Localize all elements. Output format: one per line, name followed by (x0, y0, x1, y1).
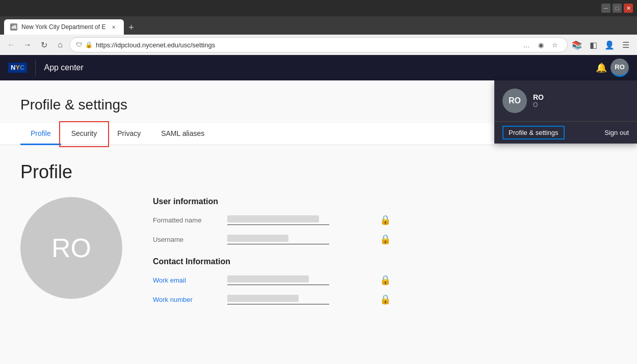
new-tab-button[interactable]: + (124, 20, 138, 35)
work-number-lock-icon: 🔒 (378, 294, 392, 305)
username-value (227, 235, 288, 242)
bookmark-icon[interactable]: … (520, 39, 533, 51)
dropdown-user-role: O (533, 101, 544, 108)
sign-out-button[interactable]: Sign out (604, 129, 629, 136)
address-bar-actions: … ◉ ☆ (520, 39, 561, 51)
back-button[interactable]: ← (4, 38, 18, 52)
menu-button[interactable]: ☰ (619, 38, 633, 52)
work-email-lock-icon: 🔒 (378, 274, 392, 286)
work-number-label[interactable]: Work number (153, 296, 219, 303)
dropdown-username: RO (533, 93, 544, 101)
username-label: Username (153, 236, 219, 243)
tab-favicon: 🏙 (10, 23, 17, 31)
work-number-value (227, 295, 299, 302)
nyc-logo-text: NYC (11, 64, 24, 71)
formatted-name-label: Formatted name (153, 216, 219, 224)
username-row: Username 🔒 (153, 234, 617, 245)
pocket-icon[interactable]: ◉ (535, 39, 547, 51)
home-button[interactable]: ⌂ (53, 38, 67, 52)
address-bar[interactable]: 🛡 🔒 … ◉ ☆ (69, 37, 568, 52)
browser-toolbar: ← → ↻ ⌂ 🛡 🔒 … ◉ ☆ 📚 ◧ 👤 ☰ (0, 35, 637, 55)
tab-bar: 🏙 New York City Department of E ✕ + (0, 16, 637, 35)
app-title: App center (44, 63, 83, 72)
lock-icon: 🔒 (85, 41, 93, 48)
dropdown-links: Profile & settings Sign out (494, 122, 637, 144)
star-icon[interactable]: ☆ (549, 39, 561, 51)
security-icon: 🛡 (76, 41, 82, 48)
work-email-value (227, 275, 309, 283)
notifications-button[interactable]: 🔔 (592, 59, 611, 77)
header-divider (35, 60, 36, 75)
toolbar-right: 📚 ◧ 👤 ☰ (570, 38, 633, 52)
sidebar-button[interactable]: ◧ (586, 38, 600, 52)
dropdown-avatar: RO (502, 89, 527, 113)
work-number-row: Work number 🔒 (153, 294, 617, 305)
work-number-input-wrap (227, 295, 370, 304)
contact-info-section: Contact Information Work email 🔒 Work nu… (153, 257, 617, 305)
tab-profile[interactable]: Profile (20, 123, 61, 145)
minimize-button[interactable]: ─ (601, 4, 611, 13)
formatted-name-lock-icon: 🔒 (378, 214, 392, 226)
formatted-name-input-wrap (227, 215, 370, 225)
browser-tab[interactable]: 🏙 New York City Department of E ✕ (4, 19, 124, 35)
profile-avatar: RO (20, 197, 122, 299)
dropdown-user-section: RO RO O (494, 80, 637, 122)
nyc-logo-box: NYC (8, 63, 27, 73)
account-button[interactable]: 👤 (602, 38, 617, 52)
browser-chrome: ─ □ ✕ 🏙 New York City Department of E ✕ … (0, 0, 637, 55)
browser-titlebar: ─ □ ✕ (0, 0, 637, 16)
maximize-button[interactable]: □ (613, 4, 622, 13)
formatted-name-row: Formatted name 🔒 (153, 214, 617, 226)
formatted-name-value (227, 215, 319, 222)
close-button[interactable]: ✕ (624, 4, 633, 13)
app-container: NYC App center 🔔 RO RO RO O Profile & se… (0, 55, 637, 364)
tab-title: New York City Department of E (21, 23, 105, 31)
app-header: NYC App center 🔔 RO (0, 55, 637, 80)
titlebar-controls: ─ □ ✕ (601, 4, 633, 13)
profile-settings-link[interactable]: Profile & settings (502, 126, 565, 139)
library-button[interactable]: 📚 (570, 38, 584, 52)
user-info-section-label: User information (153, 197, 617, 206)
tab-close-button[interactable]: ✕ (110, 23, 118, 31)
username-lock-icon: 🔒 (378, 234, 392, 245)
header-avatar-button[interactable]: RO (611, 59, 629, 77)
url-input[interactable] (96, 41, 517, 49)
profile-avatar-area: RO (20, 197, 122, 299)
tab-saml-aliases[interactable]: SAML aliases (151, 123, 215, 145)
work-email-row: Work email 🔒 (153, 274, 617, 286)
forward-button[interactable]: → (20, 38, 35, 52)
profile-section-title: Profile (20, 161, 617, 183)
tab-security[interactable]: Security (61, 123, 108, 145)
dropdown-user-info: RO O (533, 93, 544, 108)
user-dropdown-menu: RO RO O Profile & settings Sign out (494, 80, 637, 144)
work-email-label[interactable]: Work email (153, 276, 219, 284)
profile-form: User information Formatted name 🔒 Userna… (153, 197, 617, 313)
nyc-logo: NYC (8, 63, 27, 73)
profile-section: RO User information Formatted name 🔒 Use… (20, 197, 617, 313)
tab-privacy[interactable]: Privacy (107, 123, 151, 145)
work-email-input-wrap (227, 275, 370, 285)
username-input-wrap (227, 235, 370, 244)
reload-button[interactable]: ↻ (37, 38, 51, 52)
contact-info-section-label: Contact Information (153, 257, 617, 266)
